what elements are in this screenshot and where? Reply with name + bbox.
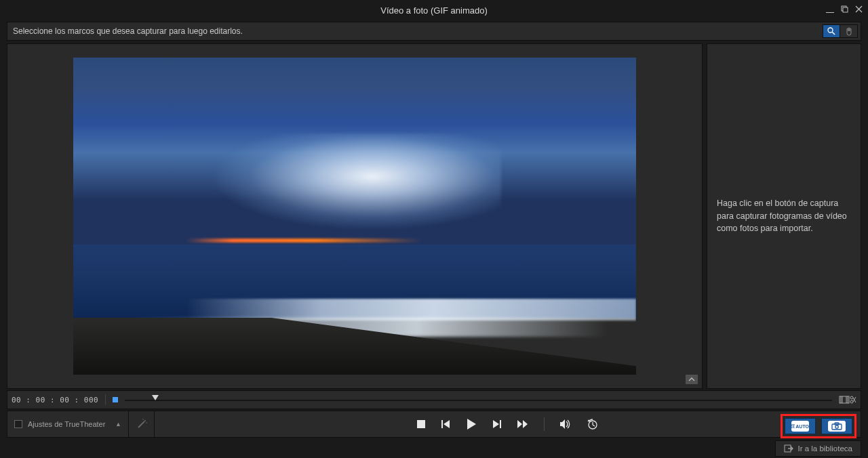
trim-button[interactable] (839, 394, 856, 405)
timeline-row: 00 : 00 : 00 : 000 (7, 390, 861, 409)
svg-point-16 (144, 420, 146, 421)
magic-wand-button[interactable] (129, 411, 155, 438)
instruction-text: Seleccione los marcos que desea capturar… (13, 26, 243, 36)
window-controls (826, 0, 863, 20)
side-help-panel: Haga clic en el botón de captura para ca… (707, 43, 861, 389)
svg-point-18 (146, 422, 147, 423)
video-preview-panel (7, 43, 703, 389)
timeline-playhead[interactable] (152, 395, 159, 400)
panel-collapse-button[interactable] (686, 375, 698, 384)
zoom-tool-button[interactable] (823, 24, 840, 38)
svg-point-17 (142, 419, 144, 420)
go-to-library-label: Ir a la biblioteca (797, 444, 852, 453)
close-icon[interactable] (855, 5, 863, 15)
svg-line-30 (593, 425, 595, 426)
view-tool-group (823, 24, 858, 38)
timecode-display: 00 : 00 : 00 : 000 (12, 396, 98, 404)
timeline-marker[interactable] (113, 397, 118, 402)
svg-rect-32 (791, 425, 795, 428)
pan-tool-button[interactable] (840, 24, 858, 38)
play-button[interactable] (465, 418, 477, 430)
maximize-icon[interactable] (841, 5, 848, 15)
svg-line-5 (832, 32, 835, 35)
svg-line-15 (138, 421, 144, 428)
svg-marker-25 (517, 420, 522, 428)
svg-marker-27 (560, 419, 565, 429)
minimize-icon[interactable] (826, 12, 834, 13)
stop-button[interactable] (416, 419, 426, 429)
truetheater-label: Ajustes de TrueTheater (28, 420, 105, 428)
previous-frame-button[interactable] (441, 419, 450, 429)
svg-point-12 (850, 400, 853, 403)
volume-button[interactable] (559, 419, 572, 430)
truetheater-toggle[interactable]: Ajustes de TrueTheater ▲ (7, 411, 129, 438)
title-bar: Vídeo a foto (GIF animado) (0, 0, 868, 20)
truetheater-checkbox[interactable] (14, 420, 22, 428)
window-title: Vídeo a foto (GIF animado) (380, 5, 488, 16)
instruction-bar: Seleccione los marcos que desea capturar… (7, 22, 861, 41)
capture-group-highlight: AUTO (781, 414, 856, 438)
svg-marker-22 (467, 419, 476, 430)
svg-marker-21 (443, 420, 450, 428)
time-jump-button[interactable] (587, 418, 599, 430)
auto-capture-label: AUTO (795, 424, 809, 429)
chevron-up-icon: ▲ (115, 421, 121, 428)
svg-rect-24 (500, 420, 501, 428)
next-frame-button[interactable] (492, 419, 502, 429)
fast-forward-button[interactable] (517, 419, 529, 429)
svg-point-11 (850, 396, 853, 399)
svg-rect-20 (441, 420, 443, 428)
player-controls: AUTO (155, 411, 861, 438)
video-frame[interactable] (73, 58, 636, 375)
svg-rect-19 (417, 420, 425, 428)
timeline-track[interactable] (125, 396, 832, 403)
export-icon (784, 444, 793, 453)
capture-button[interactable] (821, 418, 852, 434)
svg-point-36 (835, 425, 838, 428)
go-to-library-button[interactable]: Ir a la biblioteca (775, 440, 861, 457)
svg-point-4 (828, 28, 833, 33)
auto-capture-button[interactable]: AUTO (785, 418, 816, 434)
svg-rect-1 (843, 7, 848, 12)
svg-marker-23 (493, 420, 499, 428)
svg-marker-26 (523, 420, 528, 428)
svg-point-33 (793, 426, 794, 428)
side-help-text: Haga clic en el botón de captura para ca… (717, 197, 851, 235)
